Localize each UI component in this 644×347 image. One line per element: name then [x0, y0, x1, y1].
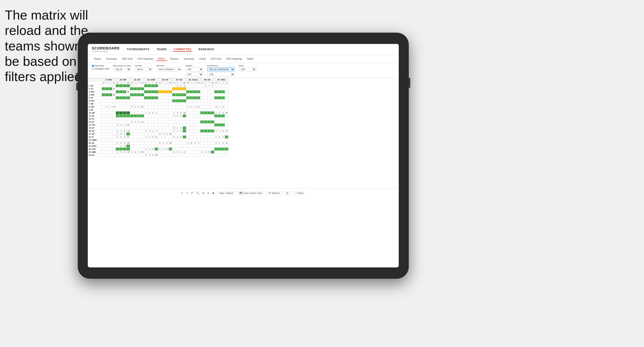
- row-header-label: 5. UT: [88, 96, 102, 99]
- matrix-cell: [116, 118, 119, 121]
- refresh-icon[interactable]: ⟳: [191, 192, 193, 194]
- matrix-cell: [193, 108, 197, 111]
- grid-button[interactable]: ⊞: [285, 191, 290, 195]
- row-header-label: 8. UAF: [88, 105, 102, 108]
- matrix-cell: [165, 136, 169, 139]
- sh-t9: T: [221, 81, 225, 84]
- matrix-cell: [204, 90, 207, 93]
- matrix-cell: [214, 124, 218, 127]
- matrix-cell: [165, 93, 169, 96]
- matrix-cell: [158, 108, 162, 111]
- nav-committee[interactable]: COMMITTEE: [173, 47, 193, 52]
- matrix-cell: 1: [186, 142, 190, 145]
- compact-view-radio[interactable]: Compact View: [92, 68, 109, 70]
- matrix-cell: [141, 99, 144, 102]
- matrix-cell: [119, 154, 123, 157]
- matrix-cell: [225, 105, 228, 108]
- matrix-cell: [165, 114, 169, 118]
- matrix-cell: [151, 102, 155, 105]
- conference-select[interactable]: Pac-12 Conference (All): [207, 67, 235, 71]
- sub-tab-detail[interactable]: Detail: [197, 57, 208, 61]
- region-label: Region: [186, 65, 203, 67]
- view-original-button[interactable]: View: Original: [217, 191, 235, 195]
- remove-icon[interactable]: ⊖: [207, 192, 209, 194]
- matrix-cell: [197, 148, 200, 151]
- matrix-cell: [109, 87, 112, 90]
- matrix-cell: [169, 102, 172, 105]
- redo-icon[interactable]: ↪: [186, 192, 188, 194]
- save-custom-view-button[interactable]: 💾 Save Custom View: [238, 191, 264, 195]
- matrix-cell: [172, 99, 176, 102]
- save-custom-view-label: Save Custom View: [243, 192, 262, 194]
- matrix-cell: [200, 136, 204, 139]
- share-button[interactable]: ↗ Share: [293, 191, 305, 195]
- matrix-cell: [116, 111, 119, 114]
- gender-select[interactable]: Men's Women's: [135, 67, 152, 71]
- nav-teams[interactable]: TEAMS: [155, 47, 168, 52]
- matrix-cell: [158, 90, 162, 93]
- matrix-cell: [211, 93, 214, 96]
- matrix-cell: 1: [158, 148, 162, 151]
- matrix-cell: [200, 90, 204, 93]
- matrix-cell: [183, 124, 186, 127]
- matrix-cell: [225, 93, 228, 96]
- zoom-in-icon[interactable]: 🔍: [196, 192, 199, 194]
- sh-l2: L: [119, 81, 123, 84]
- nav-tournaments[interactable]: TOURNAMENTS: [126, 47, 150, 52]
- team-select[interactable]: (All): [239, 67, 256, 71]
- matrix-cell: [211, 136, 214, 139]
- sub-tab-matrix[interactable]: Matrix: [156, 57, 167, 61]
- max-teams-select[interactable]: Top 25 Top 50 All: [113, 67, 131, 71]
- matrix-cell: [165, 105, 169, 108]
- matrix-cell: 1: [179, 151, 183, 154]
- sub-tab-matrix2[interactable]: Matrix: [245, 57, 256, 61]
- matrix-cell: 0: [105, 105, 109, 108]
- sub-tab-players[interactable]: Players: [168, 57, 181, 61]
- volume-down-button[interactable]: [76, 83, 78, 90]
- row-header-label: 13. UT: [88, 121, 102, 124]
- matrix-cell: [225, 99, 228, 102]
- conference-select-2[interactable]: (All): [207, 72, 235, 76]
- sub-tab-h2h-heatmap2[interactable]: H2H Heatmap: [224, 57, 244, 61]
- matrix-scroll[interactable]: 3. ASU 10. UW 11. UA 22. UCB 24. UO 27. …: [88, 78, 399, 189]
- matrix-cell: [214, 87, 218, 90]
- matrix-cell: 1: [186, 105, 190, 108]
- undo-icon[interactable]: ↩: [181, 192, 183, 194]
- matrix-cell: [162, 114, 165, 118]
- matrix-cell: [158, 124, 162, 127]
- matrix-cell: [162, 121, 165, 124]
- division-select[interactable]: NCAA Division I NCAA Division II NAIA: [156, 67, 182, 71]
- matrix-cell: [148, 133, 151, 136]
- matrix-cell: 0: [179, 127, 183, 130]
- matrix-cell: [112, 142, 116, 145]
- matrix-cell: [207, 121, 211, 124]
- sub-tab-teams[interactable]: Teams: [92, 57, 103, 61]
- matrix-cell: [130, 90, 134, 93]
- region-select[interactable]: N/A East West: [186, 67, 203, 71]
- full-view-radio[interactable]: Full View: [92, 65, 109, 67]
- matrix-cell: [141, 114, 144, 118]
- row-header-label: 18. UI: [88, 136, 102, 139]
- reset-icon[interactable]: ◉: [212, 192, 214, 194]
- power-button[interactable]: [409, 78, 410, 88]
- matrix-cell: [151, 96, 155, 99]
- matrix-cell: [214, 118, 218, 121]
- matrix-cell: [148, 90, 151, 93]
- matrix-cell: [119, 139, 123, 142]
- filters-row: Full View Compact View Max teams in view…: [88, 63, 399, 78]
- sub-tab-h2h-grid[interactable]: H2H Grid: [120, 57, 134, 61]
- region-select-2[interactable]: N/A: [186, 72, 203, 76]
- sub-tab-h2h-grid2[interactable]: H2H Grid: [209, 57, 223, 61]
- volume-up-button[interactable]: [76, 73, 78, 80]
- sub-tab-summary2[interactable]: Summary: [182, 57, 196, 61]
- sub-tab-summary[interactable]: Summary: [104, 57, 119, 61]
- matrix-cell: [130, 154, 134, 157]
- watch-button[interactable]: 👁 Watch ▾: [267, 191, 282, 195]
- add-icon[interactable]: ⊕: [202, 192, 204, 194]
- sub-tab-h2h-heatmap[interactable]: H2H Heatmap: [135, 57, 155, 61]
- row-header-label: 1. AU: [88, 84, 102, 87]
- nav-rankings[interactable]: RANKINGS: [197, 47, 215, 52]
- matrix-cell: [112, 96, 116, 99]
- row-header-label: 19. TAMU: [88, 139, 102, 142]
- matrix-cell: [179, 133, 183, 136]
